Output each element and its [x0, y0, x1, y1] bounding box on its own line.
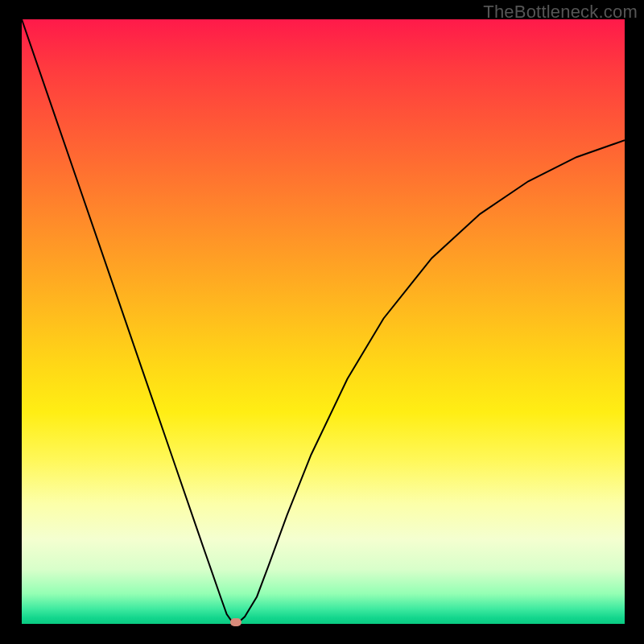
watermark-text: TheBottleneck.com — [483, 2, 638, 23]
optimal-point-marker — [230, 618, 242, 626]
bottleneck-curve — [22, 19, 625, 624]
chart-plot-area — [22, 19, 625, 624]
curve-path — [22, 19, 625, 622]
